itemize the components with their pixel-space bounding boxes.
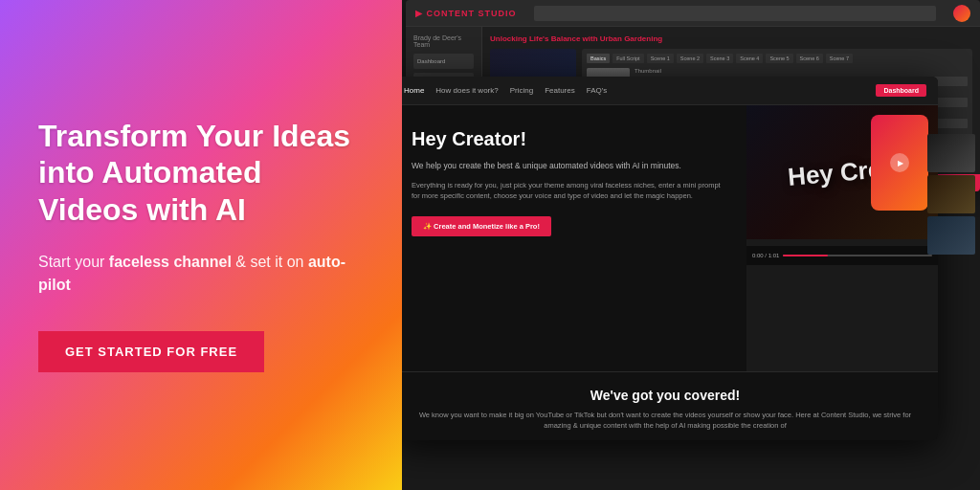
phone-play-button[interactable]	[890, 153, 909, 172]
left-panel: Transform Your Ideas into Automated Vide…	[0, 0, 402, 490]
browser-window: Home How does it work? Pricing Features …	[402, 77, 938, 440]
app-search-bar[interactable]	[534, 6, 936, 21]
right-thumb-3	[927, 216, 975, 255]
right-panel: ▶ CONTENT STUDIO Brady de Deer's Team Da…	[402, 0, 980, 490]
nav-faq[interactable]: FAQ's	[587, 86, 608, 95]
main-headline: Transform Your Ideas into Automated Vide…	[38, 118, 364, 228]
browser-video-preview: Hey Cred 0:00 / 1:01	[746, 105, 938, 371]
subtitle: Start your faceless channel & set it on …	[38, 251, 364, 297]
subtitle-bold1: faceless channel	[109, 254, 232, 270]
scene-tab-scene6[interactable]: Scene 5	[766, 54, 792, 63]
scene-tab-scene3[interactable]: Scene 2	[677, 54, 703, 63]
app-logo-text: CONTENT STUDIO	[427, 9, 517, 18]
browser-description2: Everything is ready for you, just pick y…	[412, 180, 727, 202]
right-thumb-2	[927, 175, 975, 213]
app-logo: ▶ CONTENT STUDIO	[415, 9, 517, 18]
video-title: Unlocking Life's Balance with Urban Gard…	[490, 34, 972, 43]
app-topbar: ▶ CONTENT STUDIO	[406, 0, 980, 27]
browser-nav: Home How does it work? Pricing Features …	[404, 86, 866, 95]
browser-topbar: Home How does it work? Pricing Features …	[402, 77, 938, 105]
app-avatar	[953, 5, 970, 22]
right-thumb-1	[927, 134, 975, 172]
browser-dashboard-btn[interactable]: Dashboard	[876, 84, 926, 97]
sidebar-dashboard-label: Dashboard	[417, 58, 445, 64]
scene-tab-scene4[interactable]: Scene 3	[706, 54, 733, 63]
scene-tab-scene7[interactable]: Scene 6	[796, 54, 823, 63]
bottom-text: We know you want to make it big on YouTu…	[412, 411, 919, 431]
sidebar-team-label: Brady de Deer's Team	[413, 34, 474, 48]
subtitle-middle: & set it on	[232, 254, 308, 270]
scene-tab-scene8[interactable]: Scene 7	[826, 54, 853, 63]
sidebar-item-dashboard[interactable]: Dashboard	[413, 54, 474, 69]
video-time: 0:00 / 1:01	[752, 253, 779, 258]
scene-tab-scene5[interactable]: Scene 4	[736, 54, 763, 63]
browser-main-content: Hey Creator! We help you create the best…	[402, 105, 746, 371]
bottom-heading: We've got you covered!	[412, 388, 919, 403]
scene-tab-scene2[interactable]: Scene 1	[647, 54, 674, 63]
browser-heading: Hey Creator!	[412, 128, 727, 150]
phone-mockup	[871, 115, 928, 211]
nav-pricing[interactable]: Pricing	[510, 86, 533, 95]
cta-button[interactable]: GET STARTED FOR FREE	[38, 331, 264, 372]
scene-tabs: Basics Full Script Scene 1 Scene 2 Scene…	[587, 54, 968, 63]
subtitle-start: Start your	[38, 254, 109, 270]
nav-features[interactable]: Features	[545, 86, 575, 95]
right-thumbnails	[927, 134, 980, 255]
scene-tab-script[interactable]: Basics	[587, 54, 610, 63]
create-monetize-btn[interactable]: ✨ Create and Monetize like a Pro!	[412, 216, 551, 236]
video-controls: 0:00 / 1:01	[746, 246, 938, 265]
video-progress-bar[interactable]	[783, 255, 932, 256]
nav-how[interactable]: How does it work?	[435, 86, 498, 95]
browser-body: Hey Creator! We help you create the best…	[402, 105, 938, 371]
browser-description: We help you create the best & unique aut…	[412, 160, 727, 172]
video-progress-fill	[783, 255, 828, 256]
nav-home[interactable]: Home	[404, 86, 424, 95]
scene-tab-scene1[interactable]: Full Script	[612, 54, 643, 63]
video-preview-screen: Hey Cred	[746, 105, 938, 239]
app-logo-accent: ▶	[415, 9, 427, 18]
browser-bottom-section: We've got you covered! We know you want …	[402, 371, 938, 440]
